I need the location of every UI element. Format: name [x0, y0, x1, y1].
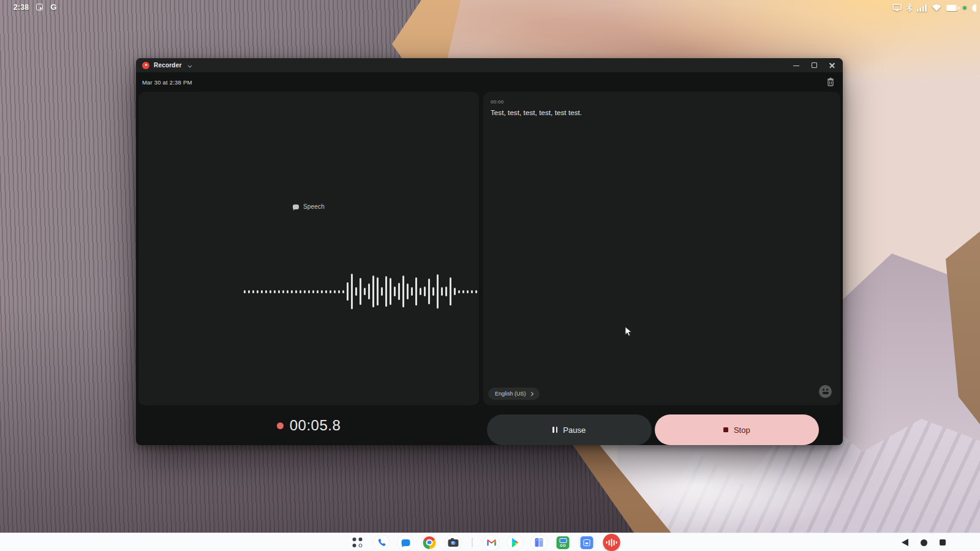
transcript-panel[interactable]: 00:00 Test, test, test, test, test test.… — [483, 92, 840, 405]
display-icon — [892, 4, 902, 12]
speech-label: Speech — [303, 203, 325, 210]
timer: 00:05.8 — [136, 410, 481, 441]
dock-separator — [472, 538, 473, 547]
chrome-app[interactable] — [422, 535, 437, 550]
pause-label: Pause — [563, 425, 586, 435]
emoji-face-button[interactable] — [819, 385, 832, 398]
launcher-button[interactable] — [350, 535, 366, 550]
chat-bubble-icon — [401, 539, 410, 546]
overview-button[interactable] — [940, 539, 946, 545]
stop-icon — [723, 427, 728, 432]
elapsed-time: 00:05.8 — [290, 417, 341, 434]
go-app-icon: GO — [557, 536, 570, 549]
go-app[interactable]: GO — [556, 535, 571, 550]
gmail-icon — [486, 539, 496, 546]
nav-buttons — [902, 533, 946, 551]
speech-chip: Speech — [138, 203, 479, 210]
status-bar-left: 2:38 G — [13, 2, 56, 12]
desktop: 2:38 G Recorder Mar 30 at 2:38 PM — [0, 0, 980, 551]
camera-icon — [448, 539, 459, 547]
transcript-text: Test, test, test, test, test test. — [491, 109, 833, 116]
go-badge: GO — [560, 544, 566, 547]
recorder-app-dock[interactable] — [603, 534, 620, 551]
play-store-icon — [510, 538, 520, 548]
back-button[interactable] — [902, 539, 908, 546]
app-grid-icon — [353, 538, 363, 548]
photo-frame-icon — [581, 536, 594, 549]
privacy-indicator-dot — [963, 6, 967, 10]
wifi-icon — [932, 4, 941, 12]
maximize-button[interactable] — [810, 62, 818, 69]
stop-label: Stop — [734, 425, 750, 435]
transcript-timestamp: 00:00 — [491, 99, 833, 105]
notification-icon — [36, 4, 43, 10]
signal-icon — [917, 4, 927, 12]
chevron-down-icon[interactable] — [188, 63, 192, 67]
close-button[interactable] — [828, 62, 835, 69]
dock: GO — [350, 533, 620, 551]
language-chip[interactable]: English (US) — [488, 388, 540, 400]
google-g-icon: G — [50, 2, 56, 12]
window-title: Recorder — [154, 62, 182, 69]
messages-app[interactable] — [398, 535, 413, 550]
status-bar-right[interactable] — [892, 4, 976, 12]
play-books-app[interactable] — [532, 535, 547, 550]
taskbar: GO — [0, 533, 980, 551]
play-store-app[interactable] — [508, 535, 523, 550]
stop-button[interactable]: Stop — [655, 414, 820, 445]
book-icon — [535, 538, 544, 547]
waveform-panel: Speech — [138, 92, 479, 405]
window-titlebar[interactable]: Recorder — [136, 58, 843, 72]
minimize-button[interactable] — [793, 62, 800, 69]
recorder-window: Recorder Mar 30 at 2:38 PM Speech — [136, 58, 843, 445]
clock: 2:38 — [13, 3, 29, 12]
chevron-right-icon — [529, 392, 533, 396]
waveform — [244, 271, 479, 312]
home-button[interactable] — [921, 539, 927, 546]
bluetooth-icon — [907, 4, 912, 12]
pause-button[interactable]: Pause — [487, 414, 652, 445]
recording-header: Mar 30 at 2:38 PM — [136, 72, 843, 92]
recording-dot-icon — [277, 422, 284, 429]
language-label: English (US) — [495, 391, 526, 397]
camera-app[interactable] — [446, 535, 461, 550]
recording-date: Mar 30 at 2:38 PM — [142, 79, 192, 86]
gmail-app[interactable] — [484, 535, 499, 550]
speech-bubble-icon — [293, 204, 299, 209]
phone-app[interactable] — [374, 535, 390, 550]
photos-app[interactable] — [579, 535, 595, 550]
trash-icon[interactable] — [827, 78, 834, 86]
recorder-app-icon — [142, 62, 149, 69]
edge-partial-icon — [972, 4, 976, 12]
mouse-cursor — [625, 326, 633, 337]
recorder-dock-icon — [603, 534, 620, 551]
pause-icon — [552, 427, 557, 433]
phone-icon — [377, 538, 386, 547]
battery-icon — [946, 5, 958, 11]
chrome-icon — [423, 536, 436, 549]
